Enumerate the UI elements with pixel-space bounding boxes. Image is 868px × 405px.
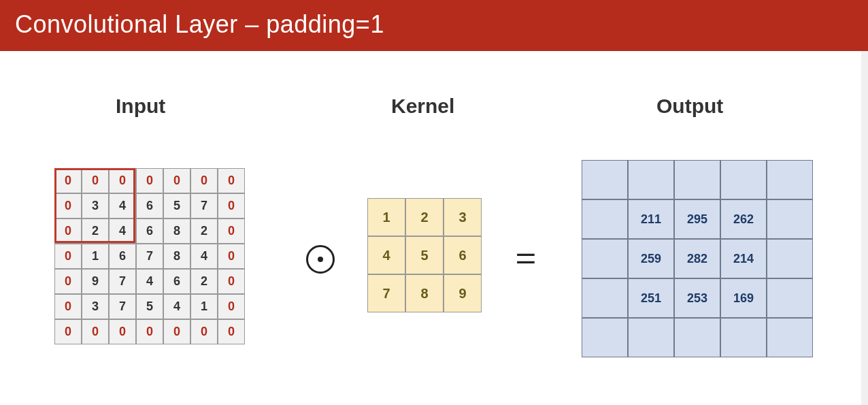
input-padding-cell: 0 bbox=[218, 269, 245, 294]
input-value-cell: 2 bbox=[190, 269, 218, 294]
input-matrix: 0000000034657002468200167840097462003754… bbox=[54, 168, 245, 344]
input-value-cell: 6 bbox=[136, 218, 163, 244]
input-value-cell: 4 bbox=[163, 294, 190, 319]
output-empty-cell bbox=[582, 199, 628, 239]
equals-operator-icon: = bbox=[515, 242, 536, 276]
output-matrix: 211295262259282214251253169 bbox=[582, 160, 813, 357]
kernel-cell: 7 bbox=[367, 274, 405, 312]
output-empty-cell bbox=[767, 160, 813, 199]
input-value-cell: 6 bbox=[163, 269, 190, 294]
input-value-cell: 3 bbox=[82, 294, 109, 319]
kernel-cell: 5 bbox=[405, 236, 444, 274]
output-empty-cell bbox=[720, 318, 767, 357]
input-value-cell: 4 bbox=[136, 269, 163, 294]
input-padding-cell: 0 bbox=[218, 193, 245, 218]
input-value-cell: 1 bbox=[82, 244, 109, 269]
input-value-cell: 2 bbox=[82, 218, 109, 244]
input-padding-cell: 0 bbox=[54, 269, 82, 294]
input-padding-cell: 0 bbox=[218, 319, 245, 344]
input-padding-cell: 0 bbox=[163, 319, 190, 344]
input-padding-cell: 0 bbox=[163, 168, 190, 193]
input-value-cell: 7 bbox=[190, 193, 218, 218]
label-output: Output bbox=[656, 95, 723, 118]
kernel-cell: 3 bbox=[444, 198, 482, 236]
label-kernel: Kernel bbox=[391, 95, 454, 118]
input-padding-cell: 0 bbox=[54, 294, 82, 319]
input-value-cell: 9 bbox=[82, 269, 109, 294]
input-padding-cell: 0 bbox=[54, 218, 82, 244]
output-value-cell: 262 bbox=[720, 199, 767, 239]
input-value-cell: 7 bbox=[109, 269, 136, 294]
input-padding-cell: 0 bbox=[54, 193, 82, 218]
output-empty-cell bbox=[767, 278, 813, 318]
output-value-cell: 259 bbox=[628, 239, 674, 278]
input-value-cell: 8 bbox=[163, 218, 190, 244]
input-padding-cell: 0 bbox=[218, 218, 245, 244]
output-empty-cell bbox=[674, 318, 720, 357]
output-empty-cell bbox=[767, 199, 813, 239]
input-padding-cell: 0 bbox=[54, 168, 82, 193]
output-empty-cell bbox=[628, 318, 674, 357]
input-padding-cell: 0 bbox=[54, 244, 82, 269]
input-value-cell: 5 bbox=[136, 294, 163, 319]
output-value-cell: 211 bbox=[628, 199, 674, 239]
input-value-cell: 7 bbox=[136, 244, 163, 269]
output-empty-cell bbox=[674, 160, 720, 199]
input-padding-cell: 0 bbox=[190, 319, 218, 344]
output-empty-cell bbox=[720, 160, 767, 199]
output-value-cell: 214 bbox=[720, 239, 767, 278]
input-padding-cell: 0 bbox=[218, 244, 245, 269]
output-empty-cell bbox=[582, 278, 628, 318]
input-value-cell: 6 bbox=[136, 193, 163, 218]
input-padding-cell: 0 bbox=[218, 168, 245, 193]
input-padding-cell: 0 bbox=[54, 319, 82, 344]
kernel-matrix: 123456789 bbox=[367, 198, 482, 312]
input-value-cell: 6 bbox=[109, 244, 136, 269]
input-value-cell: 4 bbox=[190, 244, 218, 269]
kernel-cell: 4 bbox=[367, 236, 405, 274]
slide-content: Input Kernel Output 00000000346570024682… bbox=[0, 51, 868, 405]
output-empty-cell bbox=[628, 160, 674, 199]
output-empty-cell bbox=[767, 318, 813, 357]
input-padding-cell: 0 bbox=[82, 168, 109, 193]
output-empty-cell bbox=[767, 239, 813, 278]
input-padding-cell: 0 bbox=[136, 319, 163, 344]
output-value-cell: 295 bbox=[674, 199, 720, 239]
input-value-cell: 3 bbox=[82, 193, 109, 218]
input-padding-cell: 0 bbox=[82, 319, 109, 344]
kernel-cell: 8 bbox=[405, 274, 444, 312]
input-padding-cell: 0 bbox=[190, 168, 218, 193]
output-empty-cell bbox=[582, 239, 628, 278]
input-value-cell: 8 bbox=[163, 244, 190, 269]
scrollbar-track[interactable] bbox=[861, 51, 868, 405]
output-value-cell: 169 bbox=[720, 278, 767, 318]
kernel-cell: 1 bbox=[367, 198, 405, 236]
kernel-cell: 9 bbox=[444, 274, 482, 312]
output-value-cell: 253 bbox=[674, 278, 720, 318]
input-value-cell: 1 bbox=[190, 294, 218, 319]
input-value-cell: 4 bbox=[109, 193, 136, 218]
output-value-cell: 251 bbox=[628, 278, 674, 318]
kernel-cell: 2 bbox=[405, 198, 444, 236]
output-empty-cell bbox=[582, 160, 628, 199]
input-value-cell: 5 bbox=[163, 193, 190, 218]
input-value-cell: 7 bbox=[109, 294, 136, 319]
conv-operator-icon bbox=[306, 245, 335, 274]
input-value-cell: 2 bbox=[190, 218, 218, 244]
input-value-cell: 4 bbox=[109, 218, 136, 244]
label-input: Input bbox=[116, 95, 165, 118]
input-padding-cell: 0 bbox=[109, 319, 136, 344]
output-empty-cell bbox=[582, 318, 628, 357]
slide-title: Convolutional Layer – padding=1 bbox=[0, 0, 868, 51]
input-padding-cell: 0 bbox=[218, 294, 245, 319]
input-padding-cell: 0 bbox=[136, 168, 163, 193]
output-value-cell: 282 bbox=[674, 239, 720, 278]
input-padding-cell: 0 bbox=[109, 168, 136, 193]
kernel-cell: 6 bbox=[444, 236, 482, 274]
